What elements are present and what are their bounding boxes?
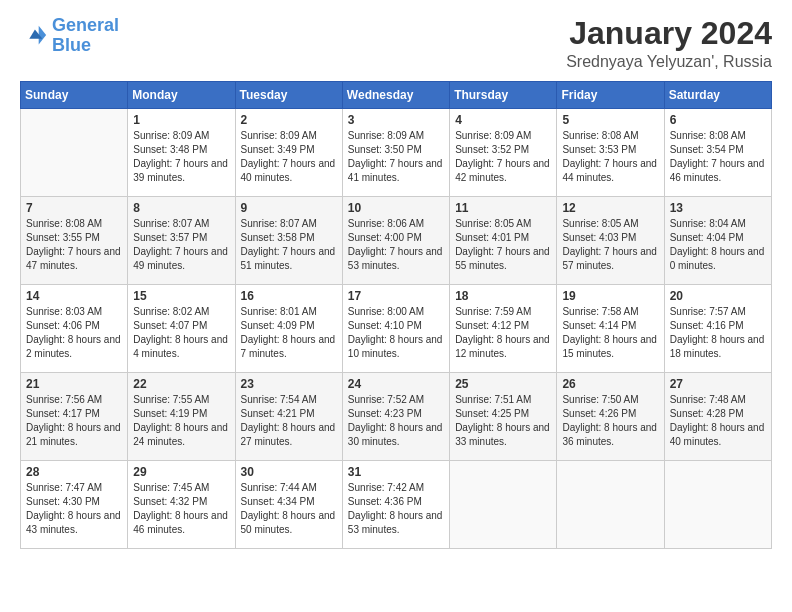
day-info: Sunrise: 7:56 AM Sunset: 4:17 PM Dayligh… <box>26 393 122 449</box>
calendar-day-header: Monday <box>128 82 235 109</box>
sunrise-text: Sunrise: 8:05 AM <box>562 218 638 229</box>
day-info: Sunrise: 8:05 AM Sunset: 4:01 PM Dayligh… <box>455 217 551 273</box>
calendar-cell: 5 Sunrise: 8:08 AM Sunset: 3:53 PM Dayli… <box>557 109 664 197</box>
calendar-week-row: 28 Sunrise: 7:47 AM Sunset: 4:30 PM Dayl… <box>21 461 772 549</box>
calendar-cell: 11 Sunrise: 8:05 AM Sunset: 4:01 PM Dayl… <box>450 197 557 285</box>
daylight-text: Daylight: 8 hours and 2 minutes. <box>26 334 121 359</box>
day-number: 14 <box>26 289 122 303</box>
day-number: 1 <box>133 113 229 127</box>
sunset-text: Sunset: 4:12 PM <box>455 320 529 331</box>
calendar-day-header: Tuesday <box>235 82 342 109</box>
calendar-cell: 2 Sunrise: 8:09 AM Sunset: 3:49 PM Dayli… <box>235 109 342 197</box>
day-info: Sunrise: 7:45 AM Sunset: 4:32 PM Dayligh… <box>133 481 229 537</box>
calendar-cell <box>664 461 771 549</box>
daylight-text: Daylight: 8 hours and 33 minutes. <box>455 422 550 447</box>
day-info: Sunrise: 7:51 AM Sunset: 4:25 PM Dayligh… <box>455 393 551 449</box>
page: General Blue January 2024 Srednyaya Yely… <box>0 0 792 612</box>
sunset-text: Sunset: 4:06 PM <box>26 320 100 331</box>
calendar-cell: 16 Sunrise: 8:01 AM Sunset: 4:09 PM Dayl… <box>235 285 342 373</box>
calendar-week-row: 14 Sunrise: 8:03 AM Sunset: 4:06 PM Dayl… <box>21 285 772 373</box>
calendar-cell <box>450 461 557 549</box>
sunset-text: Sunset: 4:25 PM <box>455 408 529 419</box>
day-number: 13 <box>670 201 766 215</box>
daylight-text: Daylight: 8 hours and 4 minutes. <box>133 334 228 359</box>
calendar-cell: 29 Sunrise: 7:45 AM Sunset: 4:32 PM Dayl… <box>128 461 235 549</box>
calendar-cell: 1 Sunrise: 8:09 AM Sunset: 3:48 PM Dayli… <box>128 109 235 197</box>
sunrise-text: Sunrise: 8:00 AM <box>348 306 424 317</box>
day-number: 21 <box>26 377 122 391</box>
calendar-cell: 4 Sunrise: 8:09 AM Sunset: 3:52 PM Dayli… <box>450 109 557 197</box>
sunrise-text: Sunrise: 7:44 AM <box>241 482 317 493</box>
sunset-text: Sunset: 4:30 PM <box>26 496 100 507</box>
sunset-text: Sunset: 4:36 PM <box>348 496 422 507</box>
daylight-text: Daylight: 8 hours and 15 minutes. <box>562 334 657 359</box>
daylight-text: Daylight: 7 hours and 51 minutes. <box>241 246 336 271</box>
sunrise-text: Sunrise: 7:59 AM <box>455 306 531 317</box>
logo-text: General Blue <box>52 16 119 56</box>
sunset-text: Sunset: 3:57 PM <box>133 232 207 243</box>
sunrise-text: Sunrise: 7:48 AM <box>670 394 746 405</box>
sunset-text: Sunset: 3:48 PM <box>133 144 207 155</box>
day-number: 17 <box>348 289 444 303</box>
sunrise-text: Sunrise: 7:58 AM <box>562 306 638 317</box>
day-info: Sunrise: 8:03 AM Sunset: 4:06 PM Dayligh… <box>26 305 122 361</box>
calendar-cell: 24 Sunrise: 7:52 AM Sunset: 4:23 PM Dayl… <box>342 373 449 461</box>
sunset-text: Sunset: 4:26 PM <box>562 408 636 419</box>
sunrise-text: Sunrise: 8:08 AM <box>562 130 638 141</box>
sunset-text: Sunset: 4:34 PM <box>241 496 315 507</box>
day-number: 22 <box>133 377 229 391</box>
calendar-cell: 6 Sunrise: 8:08 AM Sunset: 3:54 PM Dayli… <box>664 109 771 197</box>
day-number: 2 <box>241 113 337 127</box>
day-info: Sunrise: 7:47 AM Sunset: 4:30 PM Dayligh… <box>26 481 122 537</box>
day-number: 29 <box>133 465 229 479</box>
calendar-cell: 20 Sunrise: 7:57 AM Sunset: 4:16 PM Dayl… <box>664 285 771 373</box>
sunset-text: Sunset: 4:14 PM <box>562 320 636 331</box>
calendar-day-header: Friday <box>557 82 664 109</box>
calendar-header-row: SundayMondayTuesdayWednesdayThursdayFrid… <box>21 82 772 109</box>
logo-line2: Blue <box>52 35 91 55</box>
sunrise-text: Sunrise: 8:09 AM <box>348 130 424 141</box>
sunrise-text: Sunrise: 8:05 AM <box>455 218 531 229</box>
sunrise-text: Sunrise: 8:04 AM <box>670 218 746 229</box>
daylight-text: Daylight: 7 hours and 42 minutes. <box>455 158 550 183</box>
sunset-text: Sunset: 3:54 PM <box>670 144 744 155</box>
calendar-cell: 12 Sunrise: 8:05 AM Sunset: 4:03 PM Dayl… <box>557 197 664 285</box>
day-info: Sunrise: 8:07 AM Sunset: 3:58 PM Dayligh… <box>241 217 337 273</box>
day-number: 30 <box>241 465 337 479</box>
day-info: Sunrise: 7:42 AM Sunset: 4:36 PM Dayligh… <box>348 481 444 537</box>
calendar-cell: 27 Sunrise: 7:48 AM Sunset: 4:28 PM Dayl… <box>664 373 771 461</box>
calendar-cell: 31 Sunrise: 7:42 AM Sunset: 4:36 PM Dayl… <box>342 461 449 549</box>
day-number: 31 <box>348 465 444 479</box>
day-number: 26 <box>562 377 658 391</box>
sunset-text: Sunset: 3:50 PM <box>348 144 422 155</box>
calendar-table: SundayMondayTuesdayWednesdayThursdayFrid… <box>20 81 772 549</box>
sunrise-text: Sunrise: 7:42 AM <box>348 482 424 493</box>
daylight-text: Daylight: 7 hours and 49 minutes. <box>133 246 228 271</box>
day-number: 8 <box>133 201 229 215</box>
day-number: 6 <box>670 113 766 127</box>
day-number: 11 <box>455 201 551 215</box>
calendar-week-row: 1 Sunrise: 8:09 AM Sunset: 3:48 PM Dayli… <box>21 109 772 197</box>
calendar-day-header: Saturday <box>664 82 771 109</box>
sunrise-text: Sunrise: 8:08 AM <box>26 218 102 229</box>
calendar-day-header: Wednesday <box>342 82 449 109</box>
day-number: 20 <box>670 289 766 303</box>
daylight-text: Daylight: 8 hours and 10 minutes. <box>348 334 443 359</box>
sunrise-text: Sunrise: 8:09 AM <box>455 130 531 141</box>
calendar-cell: 28 Sunrise: 7:47 AM Sunset: 4:30 PM Dayl… <box>21 461 128 549</box>
day-number: 10 <box>348 201 444 215</box>
sunset-text: Sunset: 3:58 PM <box>241 232 315 243</box>
day-number: 25 <box>455 377 551 391</box>
daylight-text: Daylight: 8 hours and 40 minutes. <box>670 422 765 447</box>
logo-line1: General <box>52 15 119 35</box>
day-info: Sunrise: 8:05 AM Sunset: 4:03 PM Dayligh… <box>562 217 658 273</box>
day-info: Sunrise: 7:58 AM Sunset: 4:14 PM Dayligh… <box>562 305 658 361</box>
day-info: Sunrise: 7:50 AM Sunset: 4:26 PM Dayligh… <box>562 393 658 449</box>
day-number: 9 <box>241 201 337 215</box>
sunset-text: Sunset: 4:10 PM <box>348 320 422 331</box>
daylight-text: Daylight: 8 hours and 30 minutes. <box>348 422 443 447</box>
calendar-cell: 8 Sunrise: 8:07 AM Sunset: 3:57 PM Dayli… <box>128 197 235 285</box>
sunset-text: Sunset: 3:55 PM <box>26 232 100 243</box>
sunrise-text: Sunrise: 8:09 AM <box>133 130 209 141</box>
day-info: Sunrise: 8:01 AM Sunset: 4:09 PM Dayligh… <box>241 305 337 361</box>
